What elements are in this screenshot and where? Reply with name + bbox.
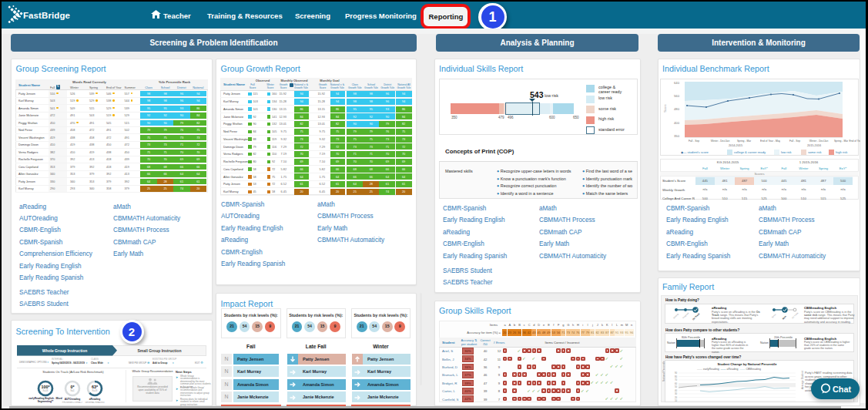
svg-text:On Track: On Track <box>692 312 701 321</box>
svg-text:Progress: Progress <box>682 311 690 320</box>
svg-text:Risk: Risk <box>782 314 787 320</box>
svg-text:On Track: On Track <box>791 311 799 320</box>
svg-text:Some: Some <box>771 313 777 319</box>
svg-text:Getting: Getting <box>672 312 679 319</box>
